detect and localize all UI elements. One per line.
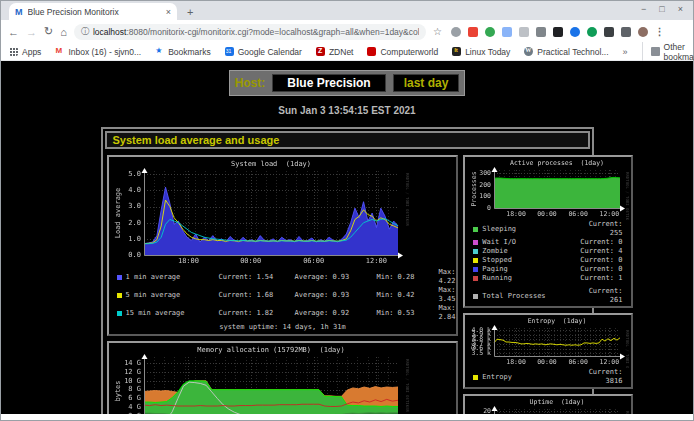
active-processes-chart[interactable] [466,158,630,220]
media-extension-icon[interactable] [536,27,546,37]
bookmark-item[interactable]: Inbox (16) - sjvn0... [55,47,141,57]
legend-text: Current: 0 [572,256,630,265]
globe-extension-icon[interactable] [485,27,495,37]
avatar[interactable] [638,27,648,37]
legend-text: Current: 1.54 [219,273,295,282]
url-text: localhost:8080/monitorix-cgi/monitorix.c… [93,27,419,37]
memory-allocation-chart[interactable] [110,344,410,420]
camera-extension-icon[interactable] [519,27,529,37]
new-tab-button[interactable]: + [187,6,193,20]
legend-swatch [117,293,122,298]
legend-swatch [473,240,478,245]
bookmark-item[interactable]: Computerworld [367,47,438,57]
bookmark-item[interactable]: Linux Today [452,47,510,57]
legend-row: StoppedCurrent: 0 [466,256,630,265]
other-bookmarks-label: Other bookmarks [664,42,694,62]
section-title: System load average and usage [105,131,590,149]
system-load-legend: 1 min averageCurrent: 1.54Average: 0.93M… [110,268,456,322]
legend-text: 5 min average [126,291,219,300]
legend-text: Min: 0.53 [377,309,439,318]
legend-swatch [473,249,478,254]
legend-text: Max: 4.22 [439,268,456,286]
legend-text: Min: 0.42 [377,291,439,300]
bookmark-item[interactable]: Bookmarks [155,47,211,57]
close-button[interactable]: × [678,4,683,14]
reload-button[interactable]: ↻ [44,25,53,38]
system-load-section: System load average and usage 1 min aver… [101,127,594,420]
legend-text: Stopped [482,256,572,265]
time-range-select[interactable]: last day [393,74,460,92]
extensions-row [451,27,648,37]
legend-swatch [117,311,122,316]
bookmark-label: ZDNet [329,47,354,57]
bookmark-label: Bookmarks [168,47,211,57]
site-info-icon[interactable]: ⓘ [81,26,89,37]
bookmark-item[interactable]: Practical Technol... [524,47,608,57]
legend-text: 1 min average [126,273,219,282]
pages-extension-icon[interactable] [502,27,512,37]
puzzle-extensions-icon[interactable] [604,27,614,37]
tab-title: Blue Precision Monitorix [28,7,161,17]
bookmark-item[interactable]: ZDNet [316,47,354,57]
back-button[interactable]: ← [8,26,19,38]
legend-text: Current: 1.82 [219,309,295,318]
bookmark-item[interactable]: Apps [9,47,41,57]
other-bookmarks-button[interactable]: Other bookmarks [642,42,694,62]
charts-right-column: SleepingCurrent: 255Wait I/OCurrent: 0Zo… [463,155,633,420]
legend-text: Max: 2.84 [439,304,456,322]
tab-list-icon[interactable] [621,27,631,37]
wordpress-icon [524,47,533,56]
legend-text: Entropy [482,373,572,382]
legend-swatch [473,294,478,299]
browser-menu-icon[interactable]: ⋮ [655,26,665,37]
browser-tab[interactable]: M Blue Precision Monitorix × [9,3,177,20]
current-datetime: Sun Jan 3 13:54:15 EST 2021 [1,105,693,116]
bookmark-items: AppsInbox (16) - sjvn0...BookmarksGoogle… [9,47,609,57]
legend-text: Total Processes [482,292,572,301]
charts-grid: 1 min averageCurrent: 1.54Average: 0.93M… [103,151,592,420]
navigation-bar: ← → ↻ ⌂ ⓘ localhost:8080/monitorix-cgi/m… [1,20,693,43]
url-path: :8080/monitorix-cgi/monitorix.cgi?mode=l… [126,27,418,37]
legend-text: Running [482,274,572,283]
system-load-chart[interactable] [110,158,410,268]
legend-text: Average: 0.93 [295,291,377,300]
charts-left-column: 1 min averageCurrent: 1.54Average: 0.93M… [107,155,459,420]
legend-swatch [473,227,478,232]
zdnet-icon [316,47,325,56]
forward-button[interactable]: → [26,26,37,38]
entropy-chart[interactable] [466,316,630,368]
legend-text: Current: 3816 [572,368,630,386]
dark-square-extension-icon[interactable] [553,27,563,37]
bookmark-label: Google Calendar [238,47,302,57]
tab-close-icon[interactable]: × [166,7,171,17]
maximize-button[interactable]: □ [659,4,664,14]
processes-chart-panel: SleepingCurrent: 255Wait I/OCurrent: 0Zo… [463,155,633,308]
host-label: Host: [235,76,266,90]
bookmarks-overflow-icon[interactable]: » [623,47,628,57]
legend-text: Current: 0 [572,265,630,274]
legend-text: Current: 1 [572,274,630,283]
messenger-extension-icon[interactable] [570,27,580,37]
bookmark-item[interactable]: Google Calendar [225,47,302,57]
host-select[interactable]: Blue Precision [272,74,385,92]
home-button[interactable]: ⌂ [60,26,67,38]
bookmark-star-icon[interactable]: ☆ [433,26,442,37]
url-host: localhost [93,27,127,37]
legend-swatch [117,275,122,280]
legend-text: Current: 261 [572,287,630,305]
search-extension-icon[interactable] [451,27,461,37]
calendar-icon [225,47,234,56]
minimize-button[interactable]: − [641,4,646,14]
host-header: Host: Blue Precision last day [229,70,466,96]
gmail-extension-icon[interactable] [468,27,478,37]
bookmark-label: Inbox (16) - sjvn0... [68,47,141,57]
bookmark-label: Linux Today [465,47,510,57]
green-circle-extension-icon[interactable] [587,27,597,37]
legend-row: Total ProcessesCurrent: 261 [466,287,630,305]
bookmarks-bar: AppsInbox (16) - sjvn0...BookmarksGoogle… [1,43,693,61]
legend-text: Average: 0.92 [295,309,377,318]
address-bar[interactable]: ⓘ localhost:8080/monitorix-cgi/monitorix… [74,24,426,40]
window-bottom-edge [1,414,693,420]
star-icon [155,47,164,56]
legend-text: Current: 4 [572,247,630,256]
